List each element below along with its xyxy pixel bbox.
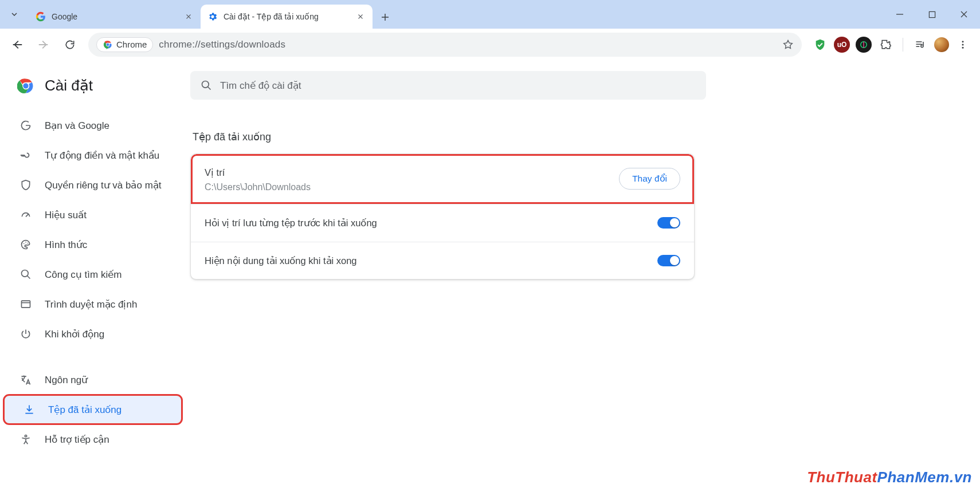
sidebar-item-label: Hiệu suất <box>45 209 87 221</box>
section-title-downloads: Tệp đã tải xuống <box>193 131 697 143</box>
sidebar-item-you-and-google[interactable]: Bạn và Google <box>0 111 183 140</box>
arrow-right-icon <box>37 38 50 51</box>
sidebar-item-label: Trình duyệt mặc định <box>45 298 137 310</box>
sidebar-title: Cài đặt <box>45 77 93 95</box>
gear-icon <box>207 11 218 22</box>
sidebar-item-appearance[interactable]: Hình thức <box>0 230 183 259</box>
tab-google[interactable]: Google <box>29 5 201 29</box>
new-tab-button[interactable] <box>375 7 395 27</box>
sidebar-item-downloads[interactable]: Tệp đã tải xuống <box>3 395 182 424</box>
minimize-icon <box>896 10 904 18</box>
url-chip: Chrome <box>96 37 153 52</box>
extension-adguard-icon[interactable] <box>812 37 828 53</box>
nav-reload-button[interactable] <box>58 33 81 56</box>
sidebar-item-default-browser[interactable]: Trình duyệt mặc định <box>0 289 183 319</box>
watermark-part1: ThuThuat <box>807 469 877 486</box>
svg-rect-15 <box>22 301 30 308</box>
translate-icon <box>19 373 32 386</box>
ask-before-download-toggle[interactable] <box>657 217 680 229</box>
window-controls <box>884 0 980 29</box>
window-minimize-button[interactable] <box>884 0 916 29</box>
google-favicon-icon <box>36 11 46 22</box>
shield-icon <box>19 179 32 191</box>
sidebar-item-search-engine[interactable]: Công cụ tìm kiếm <box>0 259 183 289</box>
google-g-icon <box>19 119 32 132</box>
plus-icon <box>380 12 390 22</box>
media-control-button[interactable] <box>912 37 928 53</box>
speedometer-icon <box>19 208 32 221</box>
svg-point-12 <box>25 242 26 243</box>
window-close-button[interactable] <box>948 0 980 29</box>
extension-icons: uO <box>809 37 974 53</box>
close-icon <box>960 10 968 18</box>
downloads-card: Vị trí C:\Users\John\Downloads Thay đổi … <box>190 153 695 280</box>
svg-point-14 <box>22 270 29 277</box>
browser-toolbar: Chrome chrome://settings/downloads uO <box>0 29 980 61</box>
svg-point-16 <box>25 435 26 437</box>
tab-settings-downloads[interactable]: Cài đặt - Tệp đã tải xuống <box>201 5 373 29</box>
change-location-button[interactable]: Thay đổi <box>619 168 680 190</box>
bookmark-button[interactable] <box>782 39 794 50</box>
svg-point-10 <box>23 83 28 88</box>
ask-before-download-label: Hỏi vị trí lưu từng tệp trước khi tải xu… <box>205 216 647 230</box>
svg-rect-0 <box>929 11 935 17</box>
search-icon <box>19 268 32 281</box>
address-bar[interactable]: Chrome chrome://settings/downloads <box>88 33 802 57</box>
tab-title: Google <box>52 12 178 21</box>
svg-point-3 <box>107 43 109 46</box>
location-label: Vị trí <box>205 166 609 180</box>
toolbar-divider <box>903 38 903 52</box>
sidebar-item-performance[interactable]: Hiệu suất <box>0 200 183 230</box>
star-icon <box>782 39 794 50</box>
tabs-dropdown-button[interactable] <box>0 0 29 29</box>
sidebar-item-accessibility[interactable]: Hỗ trợ tiếp cận <box>0 424 183 454</box>
download-icon <box>23 403 36 416</box>
sidebar-item-languages[interactable]: Ngôn ngữ <box>0 365 183 395</box>
kebab-icon <box>958 40 968 50</box>
settings-search-input[interactable]: Tìm chế độ cài đặt <box>190 71 706 100</box>
chrome-logo-icon <box>17 77 34 95</box>
tab-title: Cài đặt - Tệp đã tải xuống <box>224 12 350 21</box>
sidebar-item-autofill[interactable]: Tự động điền và mật khẩu <box>0 140 183 170</box>
sidebar-item-label: Bạn và Google <box>45 120 109 132</box>
window-maximize-button[interactable] <box>916 0 948 29</box>
maximize-icon <box>928 11 936 18</box>
sidebar-item-label: Tệp đã tải xuống <box>48 404 121 416</box>
power-icon <box>19 328 32 340</box>
chrome-menu-button[interactable] <box>955 37 971 53</box>
extension-dark-icon[interactable] <box>856 37 872 53</box>
sidebar-item-label: Hình thức <box>45 239 87 251</box>
music-list-icon <box>915 39 926 50</box>
settings-main: Tìm chế độ cài đặt Tệp đã tải xuống Vị t… <box>190 61 980 492</box>
sidebar-item-label: Ngôn ngữ <box>45 374 88 386</box>
svg-point-7 <box>962 46 964 48</box>
palette-icon <box>19 238 32 251</box>
svg-point-5 <box>962 41 964 42</box>
settings-page: Cài đặt Bạn và Google Tự động điền và mậ… <box>0 61 980 492</box>
url-chip-label: Chrome <box>116 40 147 49</box>
extensions-button[interactable] <box>877 37 893 53</box>
watermark-part2: PhanMem <box>877 469 950 486</box>
download-location-row: Vị trí C:\Users\John\Downloads Thay đổi <box>191 154 694 204</box>
sidebar-item-on-startup[interactable]: Khi khởi động <box>0 319 183 349</box>
close-icon <box>185 13 192 20</box>
sidebar-header: Cài đặt <box>0 71 190 111</box>
settings-sidebar: Cài đặt Bạn và Google Tự động điền và mậ… <box>0 61 190 492</box>
extension-ublock-icon[interactable]: uO <box>834 37 850 53</box>
tab-close-button[interactable] <box>183 11 194 22</box>
sidebar-item-label: Hỗ trợ tiếp cận <box>45 434 109 446</box>
svg-point-13 <box>28 243 29 244</box>
tab-close-button[interactable] <box>355 11 366 22</box>
nav-forward-button[interactable] <box>32 33 55 56</box>
sidebar-item-label: Quyền riêng tư và bảo mật <box>45 179 162 191</box>
browser-window-icon <box>19 298 32 310</box>
close-icon <box>357 13 364 20</box>
reload-icon <box>64 39 76 50</box>
show-downloads-toggle[interactable] <box>657 255 680 266</box>
sidebar-item-label: Tự động điền và mật khẩu <box>45 149 159 162</box>
accessibility-icon <box>19 433 32 446</box>
nav-back-button[interactable] <box>6 33 29 56</box>
profile-avatar-button[interactable] <box>934 37 949 52</box>
sidebar-item-privacy[interactable]: Quyền riêng tư và bảo mật <box>0 170 183 200</box>
sidebar-item-label: Khi khởi động <box>45 328 104 340</box>
